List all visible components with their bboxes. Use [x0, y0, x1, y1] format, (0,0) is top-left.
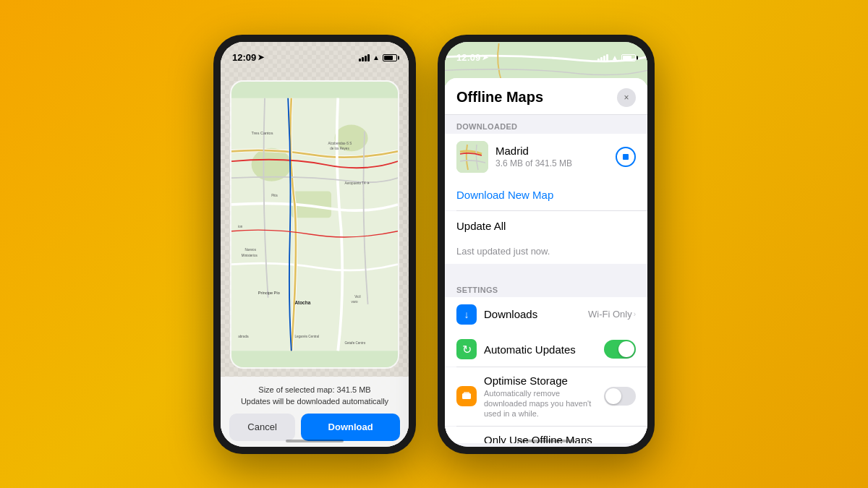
home-indicator-2: [517, 440, 575, 442]
close-button[interactable]: ×: [617, 88, 636, 107]
optimise-sub: Automatically remove downloaded maps you…: [484, 388, 597, 419]
auto-updates-toggle[interactable]: [604, 340, 636, 359]
download-progress-indicator[interactable]: [616, 147, 636, 167]
update-all-label[interactable]: Update All: [456, 220, 506, 232]
panel-header: Offline Maps ×: [445, 78, 647, 115]
signal-bar-2: [362, 57, 364, 61]
svg-text:Ministerios: Ministerios: [242, 253, 258, 257]
svg-rect-0: [231, 98, 398, 351]
screens-container: Tres Cantos Alcobendas-S S de los Reyes …: [213, 35, 655, 454]
map-selection-area: Tres Cantos Alcobendas-S S de los Reyes …: [231, 82, 398, 367]
battery-icon-2: [621, 54, 636, 61]
auto-update-text: Updates will be downloaded automatically: [229, 395, 400, 408]
auto-updates-name: Automatic Updates: [484, 343, 597, 356]
svg-rect-22: [464, 392, 469, 394]
battery-icon-1: [383, 54, 397, 61]
update-all-row[interactable]: Update All: [445, 211, 647, 241]
optimise-icon: [456, 386, 477, 406]
signal-bar-3: [365, 56, 367, 61]
status-icons-2: ▲: [597, 53, 636, 61]
status-time-1: 12:09 ➤: [232, 52, 264, 63]
madrid-map-info: Madrid 3.6 MB of 341.5 MB: [495, 145, 608, 168]
panel-content: Downloaded: [445, 115, 647, 443]
signal-bar-6: [600, 57, 603, 61]
map-size-text: Size of selected map: 341.5 MB: [229, 384, 400, 396]
battery-fill-1: [384, 56, 393, 60]
location-arrow-2: ➤: [482, 53, 488, 62]
madrid-map-thumbnail: [456, 141, 488, 173]
status-icons-1: ▲: [359, 53, 397, 61]
signal-bar-4: [367, 54, 370, 61]
downloads-name: Downloads: [484, 308, 581, 320]
status-time-2: 12:09 ➤: [456, 52, 488, 63]
svg-text:varo: varo: [352, 300, 358, 304]
auto-updates-label: Automatic Updates: [484, 343, 597, 356]
svg-text:Vicil: Vicil: [354, 294, 360, 298]
madrid-map-size: 3.6 MB of 341.5 MB: [495, 158, 608, 168]
downloads-chevron: ›: [634, 310, 636, 318]
setting-row-downloads[interactable]: ↓ Downloads Wi-Fi Only ›: [445, 297, 647, 332]
svg-text:Leganés Central: Leganés Central: [294, 334, 319, 338]
svg-text:ion: ion: [238, 225, 243, 228]
panel-title: Offline Maps: [456, 89, 543, 106]
signal-bar-7: [603, 56, 605, 61]
home-indicator-1: [286, 440, 344, 442]
battery-fill-2: [623, 56, 631, 60]
svg-rect-21: [462, 393, 471, 399]
svg-text:Tres Cantos: Tres Cantos: [252, 131, 273, 135]
signal-bars-2: [597, 54, 608, 61]
optimise-name: Optimise Storage: [484, 374, 597, 387]
svg-text:Alcobendas-S S: Alcobendas-S S: [328, 142, 352, 145]
status-bar-1: 12:09 ➤ ▲: [221, 42, 409, 68]
signal-bar-5: [597, 59, 600, 61]
signal-bar-1: [359, 59, 361, 61]
signal-bar-8: [606, 54, 608, 61]
svg-text:Aeropuerto T4 ✈: Aeropuerto T4 ✈: [344, 181, 370, 185]
svg-text:Atocha: Atocha: [294, 299, 310, 304]
svg-text:Príncipe Pío: Príncipe Pío: [258, 291, 280, 295]
auto-updates-icon: ↻: [456, 339, 477, 359]
map-action-buttons: Cancel Download: [229, 414, 400, 441]
location-arrow-1: ➤: [258, 53, 264, 62]
status-bar-2: 12:09 ➤ ▲: [445, 42, 647, 68]
signal-bars-1: [359, 54, 370, 61]
svg-text:Pitis: Pitis: [271, 193, 278, 197]
auto-updates-knob: [618, 341, 634, 357]
svg-text:de los Reyes: de los Reyes: [330, 147, 349, 150]
download-new-label[interactable]: Download New Map: [456, 189, 553, 201]
phone-screen-1: Tres Cantos Alcobendas-S S de los Reyes …: [221, 42, 409, 447]
map-info-text: Size of selected map: 341.5 MB Updates w…: [229, 384, 400, 408]
settings-section: Settings ↓ Downloads Wi-Fi Only ›: [445, 278, 647, 443]
last-updated-text: Last updated just now.: [445, 241, 647, 264]
phone-frame-1: Tres Cantos Alcobendas-S S de los Reyes …: [213, 35, 416, 454]
phone-frame-2: 12:09 ➤ ▲: [438, 35, 655, 454]
offline-maps-panel: Offline Maps × Downloaded: [445, 78, 647, 447]
svg-rect-20: [456, 141, 488, 173]
wifi-icon-1: ▲: [373, 53, 380, 61]
downloads-icon: ↓: [456, 304, 477, 325]
madrid-map-name: Madrid: [495, 145, 608, 157]
stop-download-icon: [623, 154, 629, 160]
optimise-knob: [605, 388, 621, 404]
setting-row-optimise[interactable]: Optimise Storage Automatically remove do…: [445, 367, 647, 427]
madrid-map-item[interactable]: Madrid 3.6 MB of 341.5 MB: [445, 134, 647, 180]
downloads-value: Wi-Fi Only ›: [588, 309, 636, 320]
settings-section-header: Settings: [445, 278, 647, 297]
optimise-label: Optimise Storage Automatically remove do…: [484, 374, 597, 419]
downloads-label: Downloads: [484, 308, 581, 320]
svg-text:abrada: abrada: [238, 334, 249, 338]
cancel-button[interactable]: Cancel: [229, 414, 295, 441]
phone-screen-2: 12:09 ➤ ▲: [445, 42, 647, 447]
svg-text:Nuevos: Nuevos: [244, 248, 256, 252]
downloaded-section-header: Downloaded: [445, 115, 647, 134]
map-info-panel: Size of selected map: 341.5 MB Updates w…: [221, 377, 409, 447]
svg-text:Getafe Centro: Getafe Centro: [344, 341, 365, 345]
download-new-row[interactable]: Download New Map: [445, 180, 647, 210]
download-button[interactable]: Download: [301, 414, 400, 441]
optimise-toggle[interactable]: [604, 387, 636, 406]
setting-row-auto-updates[interactable]: ↻ Automatic Updates: [445, 332, 647, 367]
wifi-icon-2: ▲: [611, 53, 618, 61]
